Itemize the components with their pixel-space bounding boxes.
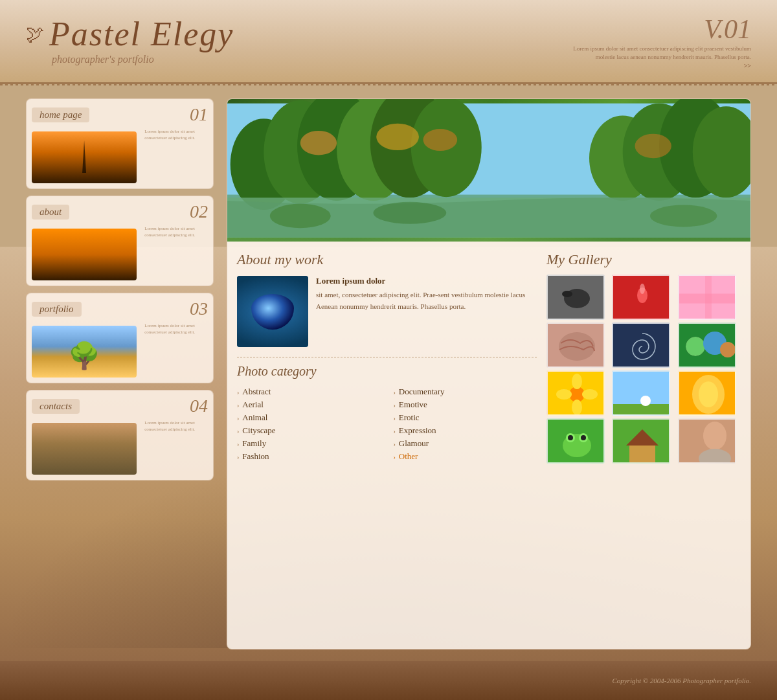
nav-thumb-portfolio xyxy=(32,326,137,378)
gallery-thumb-7[interactable] xyxy=(546,370,605,416)
gallery-thumb-10[interactable] xyxy=(546,418,605,464)
gallery-grid xyxy=(546,275,741,464)
cat-animal[interactable]: › Animal xyxy=(237,411,381,424)
nav-number-home: 01 xyxy=(190,104,208,125)
svg-point-13 xyxy=(270,204,331,229)
svg-point-14 xyxy=(373,202,446,224)
arrow-icon-erotic: › xyxy=(394,414,396,422)
cat-other[interactable]: › Other xyxy=(394,450,537,463)
sidebar-item-about[interactable]: about 02 Lorem ipsum dolor sit amet cons… xyxy=(26,196,214,286)
cat-cityscape[interactable]: › Cityscape xyxy=(237,424,381,437)
svg-point-59 xyxy=(703,422,726,450)
arrow-icon-glamour: › xyxy=(394,440,396,447)
svg-rect-44 xyxy=(613,404,670,416)
svg-point-40 xyxy=(572,400,582,415)
cat-expression[interactable]: › Expression xyxy=(394,424,537,437)
content-left: About my work Lorem ipsum dolor sit amet… xyxy=(237,251,537,639)
nav-thumb-about xyxy=(32,229,137,280)
cat-label-abstract: Abstract xyxy=(242,387,271,397)
gallery-thumb-6[interactable] xyxy=(678,322,736,368)
content-divider xyxy=(237,357,537,357)
nav-label-contacts: contacts xyxy=(32,399,80,414)
cat-family[interactable]: › Family xyxy=(237,437,381,450)
arrow-icon-abstract: › xyxy=(237,389,239,396)
nav-desc-home: Lorem ipsum dolor sit amet consectetuer … xyxy=(142,129,208,183)
gallery-thumb-11[interactable] xyxy=(612,418,670,464)
nav-header-contacts: contacts 04 xyxy=(32,396,208,416)
cat-label-fashion: Fashion xyxy=(242,451,269,462)
thumb-tree-img xyxy=(32,326,137,378)
cat-abstract[interactable]: › Abstract xyxy=(237,385,381,398)
gallery-thumb-4[interactable] xyxy=(546,322,605,368)
nav-header-home: home page 01 xyxy=(32,104,208,125)
gallery-thumb-5[interactable] xyxy=(612,322,670,368)
svg-point-16 xyxy=(300,131,337,155)
svg-point-45 xyxy=(640,396,651,406)
cat-label-glamour: Glamour xyxy=(399,438,429,449)
category-column-right: › Documentary › Emotive › Erotic › xyxy=(394,385,537,463)
sidebar-item-homepage[interactable]: home page 01 Lorem ipsum dolor sit amet … xyxy=(26,98,214,189)
about-text-area: Lorem ipsum dolor sit amet, consectetuer… xyxy=(316,276,537,347)
nav-desc-contacts: Lorem ipsum dolor sit amet consectetuer … xyxy=(142,420,208,475)
gallery-thumb-3[interactable] xyxy=(678,275,736,320)
svg-point-36 xyxy=(720,342,736,357)
main-panel: About my work Lorem ipsum dolor sit amet… xyxy=(227,98,751,649)
svg-point-17 xyxy=(376,124,419,150)
cat-label-animal: Animal xyxy=(242,412,267,423)
nav-label-about: about xyxy=(32,205,69,220)
header-more-link[interactable]: >> xyxy=(570,62,751,69)
svg-point-54 xyxy=(581,435,586,440)
thumb-ocean-img xyxy=(32,229,137,280)
nav-label-home: home page xyxy=(32,107,89,122)
hero-image xyxy=(227,99,750,242)
nav-thumb-contacts xyxy=(32,423,137,475)
nav-desc-portfolio: Lorem ipsum dolor sit amet consectetuer … xyxy=(142,323,208,378)
hero-svg xyxy=(227,99,750,242)
nav-number-contacts: 04 xyxy=(190,396,208,416)
gallery-thumb-8[interactable] xyxy=(612,370,670,416)
about-block: Lorem ipsum dolor sit amet, consectetuer… xyxy=(237,276,537,347)
cat-emotive[interactable]: › Emotive xyxy=(394,398,537,411)
version-label: V.01 xyxy=(570,14,751,45)
about-bold-text: Lorem ipsum dolor xyxy=(316,276,537,286)
logo-area: 🕊 Pastel Elegy photographer's portfolio xyxy=(26,17,234,65)
bird-icon: 🕊 xyxy=(26,25,44,43)
arrow-icon-expression: › xyxy=(394,427,396,435)
arrow-icon-documentary: › xyxy=(394,389,396,396)
svg-point-48 xyxy=(699,381,718,407)
nav-number-portfolio: 03 xyxy=(190,299,208,319)
svg-point-22 xyxy=(562,291,572,297)
site-header: 🕊 Pastel Elegy photographer's portfolio … xyxy=(0,0,777,84)
header-right: V.01 Lorem ipsum dolor sit amet consecte… xyxy=(570,14,751,69)
arrow-icon-family: › xyxy=(237,440,239,447)
cat-aerial[interactable]: › Aerial xyxy=(237,398,381,411)
nav-label-portfolio: portfolio xyxy=(32,302,82,317)
nav-thumb-home xyxy=(32,131,137,183)
svg-point-53 xyxy=(568,435,573,440)
site-footer: Copyright © 2004-2006 Photographer portf… xyxy=(0,661,777,700)
eye-image xyxy=(237,276,308,347)
content-right: My Gallery xyxy=(546,251,741,639)
svg-rect-56 xyxy=(629,446,655,464)
sidebar-item-portfolio[interactable]: portfolio 03 Lorem ipsum dolor sit amet … xyxy=(26,293,214,383)
photo-category-title: Photo category xyxy=(237,364,537,379)
gallery-thumb-12[interactable] xyxy=(678,418,736,464)
gallery-thumb-2[interactable] xyxy=(612,275,670,320)
cat-fashion[interactable]: › Fashion xyxy=(237,450,381,463)
svg-point-34 xyxy=(686,337,705,356)
gallery-thumb-9[interactable] xyxy=(678,370,736,416)
copyright-text: Copyright © 2004-2006 Photographer portf… xyxy=(612,677,751,684)
cat-label-erotic: Erotic xyxy=(399,412,420,423)
cat-glamour[interactable]: › Glamour xyxy=(394,437,537,450)
svg-point-15 xyxy=(650,205,717,227)
nav-number-about: 02 xyxy=(190,201,208,222)
svg-point-25 xyxy=(640,284,645,294)
cat-documentary[interactable]: › Documentary xyxy=(394,385,537,398)
cat-label-family: Family xyxy=(242,438,266,449)
gallery-thumb-1[interactable] xyxy=(546,275,605,320)
cat-label-expression: Expression xyxy=(399,425,436,436)
sidebar-item-contacts[interactable]: contacts 04 Lorem ipsum dolor sit amet c… xyxy=(26,390,214,480)
cat-erotic[interactable]: › Erotic xyxy=(394,411,537,424)
svg-point-39 xyxy=(572,374,582,389)
svg-point-19 xyxy=(635,134,671,159)
